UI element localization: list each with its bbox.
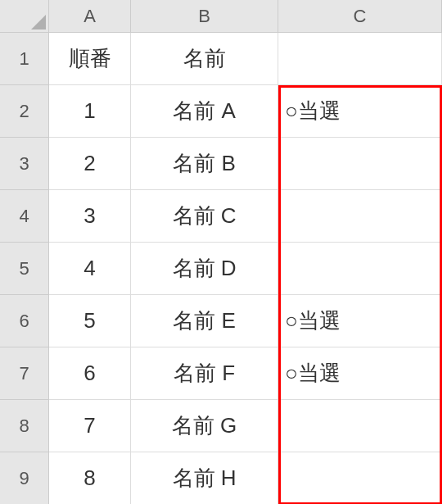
row-header-9[interactable]: 9	[0, 452, 49, 504]
cell-B6[interactable]: 名前 E	[131, 295, 278, 347]
cell-C1[interactable]	[278, 33, 442, 85]
cell-B9[interactable]: 名前 H	[131, 452, 278, 504]
spreadsheet-grid: A B C 1 2 3 4 5 6 7 8 9 順番 名前 1 名前 A ○当選…	[0, 0, 447, 504]
cell-B1[interactable]: 名前	[131, 33, 278, 85]
cell-A9[interactable]: 8	[49, 452, 131, 504]
column-header-C[interactable]: C	[278, 0, 442, 33]
cell-B5[interactable]: 名前 D	[131, 243, 278, 295]
cell-C5[interactable]	[278, 243, 442, 295]
cell-C6[interactable]: ○当選	[278, 295, 442, 347]
cell-B3[interactable]: 名前 B	[131, 138, 278, 190]
row-header-8[interactable]: 8	[0, 400, 49, 452]
row-header-6[interactable]: 6	[0, 295, 49, 347]
cell-B8[interactable]: 名前 G	[131, 400, 278, 452]
cell-B2[interactable]: 名前 A	[131, 85, 278, 138]
row-header-2[interactable]: 2	[0, 85, 49, 138]
cell-A3[interactable]: 2	[49, 138, 131, 190]
row-header-5[interactable]: 5	[0, 243, 49, 295]
cell-A4[interactable]: 3	[49, 190, 131, 243]
column-header-A[interactable]: A	[49, 0, 131, 33]
cell-A7[interactable]: 6	[49, 347, 131, 400]
cell-A2[interactable]: 1	[49, 85, 131, 138]
row-header-4[interactable]: 4	[0, 190, 49, 243]
cell-A6[interactable]: 5	[49, 295, 131, 347]
cell-A1[interactable]: 順番	[49, 33, 131, 85]
cell-C7[interactable]: ○当選	[278, 347, 442, 400]
svg-marker-0	[31, 15, 46, 30]
row-header-7[interactable]: 7	[0, 347, 49, 400]
cell-C9[interactable]	[278, 452, 442, 504]
select-all-corner[interactable]	[0, 0, 49, 33]
cell-C8[interactable]	[278, 400, 442, 452]
cell-C2[interactable]: ○当選	[278, 85, 442, 138]
row-header-3[interactable]: 3	[0, 138, 49, 190]
cell-B7[interactable]: 名前 F	[131, 347, 278, 400]
cell-C3[interactable]	[278, 138, 442, 190]
select-all-triangle-icon	[31, 15, 46, 30]
cell-A5[interactable]: 4	[49, 243, 131, 295]
cell-B4[interactable]: 名前 C	[131, 190, 278, 243]
cell-C4[interactable]	[278, 190, 442, 243]
row-header-1[interactable]: 1	[0, 33, 49, 85]
column-header-B[interactable]: B	[131, 0, 278, 33]
cell-A8[interactable]: 7	[49, 400, 131, 452]
